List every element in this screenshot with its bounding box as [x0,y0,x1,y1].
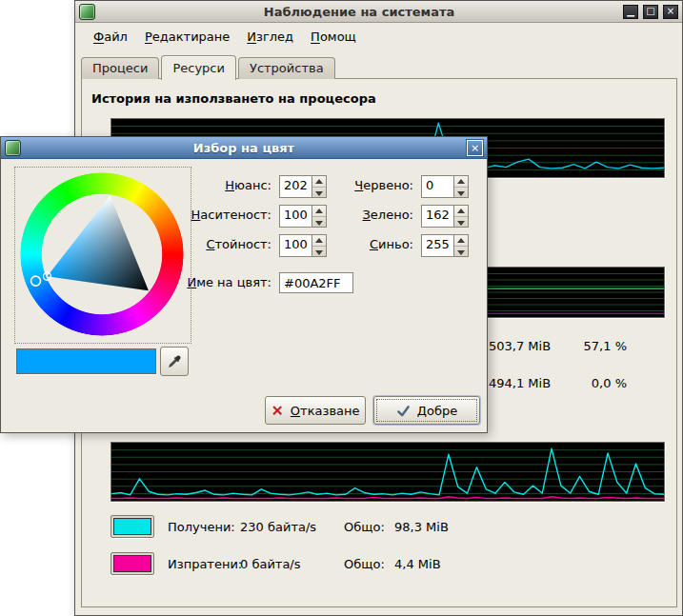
color-name-input[interactable] [279,272,353,293]
cancel-button-label: Отказване [291,404,360,418]
saturation-label: Наситеност: [163,205,271,226]
ok-check-icon [396,404,411,418]
received-rate: 230 байта/s [240,520,344,534]
window-title: Наблюдение на системата [100,5,618,19]
red-spin-buttons [453,176,468,197]
received-total-label: Общо: [344,520,394,534]
cancel-x-icon: × [271,403,283,418]
sent-color [113,555,151,572]
network-received-row: Получени: 230 байта/s Общо: 98,3 MiB [110,514,449,539]
eyedropper-icon [167,354,182,369]
network-history-chart [110,442,665,502]
dialog-titlebar[interactable]: Избор на цвят × [1,137,487,159]
blue-spin-buttons [453,235,468,256]
eyedropper-button[interactable] [160,347,189,376]
red-spin-up-icon[interactable] [454,176,468,188]
close-button[interactable]: × [663,5,678,19]
minimize-button[interactable]: ▁ [623,5,638,19]
hue-label: Нюанс: [163,175,271,196]
green-spin-up-icon[interactable] [454,206,468,217]
memory-percent: 57,1 % [558,339,627,353]
sent-color-swatch[interactable] [110,552,154,575]
color-name-label: Име на цвят: [163,272,271,293]
cancel-button[interactable]: × Отказване [265,396,366,425]
saturation-value-triangle[interactable] [20,172,184,336]
green-label: Зелено: [328,205,413,226]
sent-rate: 0 байта/s [240,557,344,571]
green-value[interactable]: 162 [422,206,453,227]
app-icon [79,4,95,20]
menubar: Файл Редактиране Изглед Помощ [77,24,680,49]
sent-total-label: Общо: [344,557,394,571]
value-spin-buttons [311,235,326,256]
color-preview [16,348,156,374]
menu-help[interactable]: Помощ [302,27,365,47]
value-spinner[interactable]: 100 [279,234,327,257]
blue-spin-up-icon[interactable] [454,235,468,247]
swap-percent: 0,0 % [558,376,627,390]
menu-view[interactable]: Изглед [238,27,302,47]
network-sent-row: Изпратени: 0 байта/s Общо: 4,4 MiB [110,551,441,576]
cpu-history-heading: История на използването на процесора [91,91,376,106]
value-value[interactable]: 100 [280,235,311,256]
tab-processes[interactable]: Процеси [81,57,159,79]
received-total: 98,3 MiB [394,520,449,534]
ok-button-label: Добре [417,404,457,418]
blue-spin-down-icon[interactable] [454,247,468,257]
maximize-button[interactable]: □ [643,5,658,19]
saturation-spin-up-icon[interactable] [312,206,326,217]
blue-label: Синьо: [328,234,413,255]
hue-spin-down-icon[interactable] [312,188,326,198]
red-spin-down-icon[interactable] [454,188,468,198]
sent-label: Изпратени: [168,557,240,571]
red-spinner[interactable]: 0 [421,175,469,198]
dialog-app-icon [5,140,21,156]
hue-spinner[interactable]: 202 [279,175,327,198]
desktop: { "main_window": { "title": "Наблюдение … [0,0,683,616]
hue-spin-buttons [311,176,326,197]
green-spin-down-icon[interactable] [454,217,468,228]
swap-total: 494,1 MiB [489,376,551,390]
blue-spinner[interactable]: 255 [421,234,469,257]
saturation-spinner[interactable]: 100 [279,205,327,228]
hue-marker[interactable] [31,276,41,286]
main-titlebar[interactable]: Наблюдение на системата ▁ □ × [75,1,682,23]
green-spinner[interactable]: 162 [421,205,469,228]
ok-button[interactable]: Добре [373,396,480,425]
hue-value[interactable]: 202 [280,176,311,197]
tabstrip: Процеси Ресурси Устройства [81,54,337,79]
memory-total: 503,7 MiB [489,339,551,353]
red-label: Червено: [328,175,413,196]
tab-devices[interactable]: Устройства [238,57,335,79]
received-color [113,518,151,535]
saturation-spin-buttons [311,206,326,227]
sent-total: 4,4 MiB [394,557,441,571]
saturation-spin-down-icon[interactable] [312,217,326,228]
color-picker-dialog: Избор на цвят × Нюанс: 202 Наситеност: [0,136,488,433]
red-value[interactable]: 0 [422,176,453,197]
saturation-value[interactable]: 100 [280,206,311,227]
menu-file[interactable]: Файл [85,27,136,47]
value-spin-up-icon[interactable] [312,235,326,247]
value-spin-down-icon[interactable] [312,247,326,257]
received-color-swatch[interactable] [110,515,154,538]
blue-value[interactable]: 255 [422,235,453,256]
dialog-close-button[interactable]: × [467,140,483,156]
tab-resources[interactable]: Ресурси [161,55,236,80]
dialog-title: Избор на цвят [26,141,462,155]
received-label: Получени: [168,520,240,534]
value-label: Стойност: [163,234,271,255]
menu-edit[interactable]: Редактиране [136,27,238,47]
hue-spin-up-icon[interactable] [312,176,326,188]
green-spin-buttons [453,206,468,227]
